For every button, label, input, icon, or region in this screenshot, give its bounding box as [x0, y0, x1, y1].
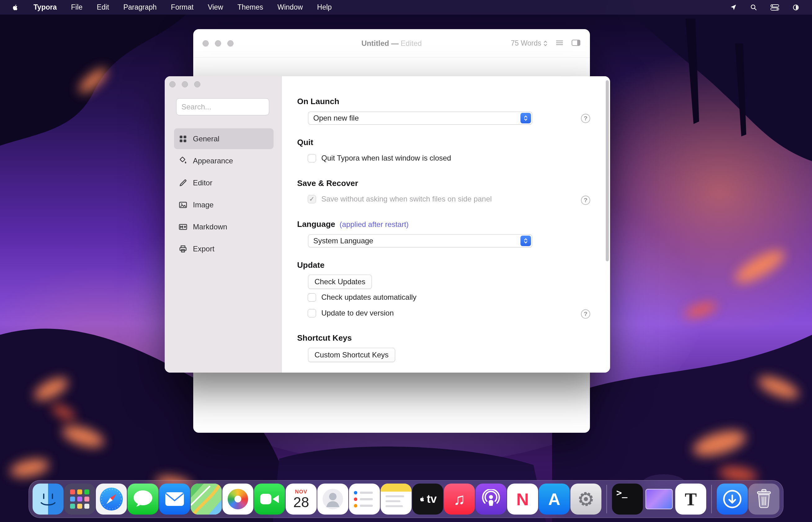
news-glyph: N: [517, 489, 529, 509]
word-count[interactable]: 75 Words: [511, 39, 548, 47]
notes-header-band: [381, 484, 411, 491]
dev-version-help-button[interactable]: ?: [581, 309, 590, 319]
minimize-button[interactable]: [215, 40, 221, 46]
siri-icon[interactable]: [792, 4, 799, 11]
auto-update-checkbox-label[interactable]: Check updates automatically: [321, 293, 417, 302]
dock-news-icon[interactable]: N: [507, 484, 538, 515]
dock-notes-icon[interactable]: [381, 484, 411, 515]
sidebar-item-label: Export: [193, 245, 214, 253]
preferences-window: General Appearance Editor Image Markdown…: [165, 76, 610, 373]
dock-image-preview-icon[interactable]: [643, 484, 675, 515]
dock: NOV 28 tv ♫ N A >_ T: [28, 480, 784, 518]
dock-trash-icon[interactable]: [749, 484, 779, 515]
sidebar-item-label: Appearance: [193, 157, 233, 165]
menu-item-view[interactable]: View: [208, 3, 223, 12]
music-note-glyph: ♫: [453, 490, 466, 508]
dock-apple-tv-icon[interactable]: tv: [412, 484, 443, 515]
stepper-icon: [543, 40, 548, 47]
dock-contacts-icon[interactable]: [317, 484, 348, 515]
save-checkbox-row: Save without asking when switch files on…: [308, 195, 492, 203]
dock-terminal-icon[interactable]: >_: [612, 484, 643, 515]
pencil-icon: [178, 178, 188, 187]
menu-item-edit[interactable]: Edit: [97, 3, 109, 12]
menu-item-file[interactable]: File: [71, 3, 82, 12]
dock-music-icon[interactable]: ♫: [444, 484, 475, 515]
dock-typora-icon[interactable]: T: [675, 484, 706, 515]
sidebar-item-image[interactable]: Image: [174, 194, 274, 215]
dock-photos-icon[interactable]: [223, 484, 253, 515]
dock-podcasts-icon[interactable]: [476, 484, 506, 515]
window-controls: [202, 40, 234, 46]
dock-mail-icon[interactable]: [159, 484, 190, 515]
save-help-button[interactable]: ?: [581, 196, 590, 205]
language-heading-text: Language: [297, 219, 335, 229]
save-checkbox[interactable]: [308, 195, 316, 203]
custom-shortcut-keys-button[interactable]: Custom Shortcut Keys: [308, 348, 395, 362]
menu-app-name[interactable]: Typora: [34, 3, 57, 12]
dock-launchpad-icon[interactable]: [64, 484, 95, 515]
shortcut-keys-heading: Shortcut Keys: [297, 333, 352, 343]
grid-icon: [178, 134, 188, 143]
language-dropdown[interactable]: System Language: [308, 234, 532, 247]
dock-finder-icon[interactable]: [33, 484, 63, 515]
dock-system-preferences-icon[interactable]: [571, 484, 601, 515]
check-updates-button[interactable]: Check Updates: [308, 275, 372, 289]
quit-checkbox[interactable]: [308, 154, 316, 162]
zoom-button[interactable]: [194, 81, 200, 87]
dock-app-store-icon[interactable]: A: [539, 484, 570, 515]
search-input[interactable]: [176, 98, 269, 115]
sidebar-panel-icon[interactable]: [571, 39, 581, 48]
scrollbar-thumb[interactable]: [606, 80, 609, 261]
sidebar-item-general[interactable]: General: [174, 128, 274, 149]
save-checkbox-label[interactable]: Save without asking when switch files on…: [321, 195, 492, 203]
calendar-day: 28: [293, 495, 309, 509]
sidebar-item-appearance[interactable]: Appearance: [174, 150, 274, 171]
on-launch-dropdown[interactable]: Open new file: [308, 112, 532, 125]
dev-version-checkbox[interactable]: [308, 309, 316, 317]
apple-menu-icon[interactable]: [11, 3, 19, 12]
update-heading: Update: [297, 260, 325, 270]
close-button[interactable]: [169, 81, 176, 87]
dock-calendar-icon[interactable]: NOV 28: [286, 484, 317, 515]
on-launch-help-button[interactable]: ?: [581, 114, 590, 123]
image-thumbnail: [645, 489, 673, 509]
close-button[interactable]: [202, 40, 209, 46]
sidebar-item-export[interactable]: Export: [174, 238, 274, 259]
image-icon: [178, 200, 188, 209]
spotlight-search-icon[interactable]: [750, 4, 757, 11]
sidebar-item-markdown[interactable]: Markdown: [174, 216, 274, 237]
quit-heading: Quit: [297, 138, 313, 147]
quit-checkbox-label[interactable]: Quit Typora when last window is closed: [321, 154, 451, 162]
location-icon[interactable]: [730, 4, 737, 11]
paint-icon: [178, 156, 188, 165]
sidebar-item-editor[interactable]: Editor: [174, 172, 274, 193]
dock-separator: [606, 485, 607, 513]
auto-update-checkbox[interactable]: [308, 293, 316, 302]
menu-item-format[interactable]: Format: [171, 3, 194, 12]
dev-version-checkbox-label[interactable]: Update to dev version: [321, 309, 393, 317]
dock-downloads-icon[interactable]: [717, 484, 748, 515]
preferences-content: On Launch Open new file ? Quit Quit Typo…: [282, 76, 610, 373]
dropdown-value: System Language: [313, 237, 373, 245]
save-recover-heading: Save & Recover: [297, 179, 358, 188]
sidebar-item-label: General: [193, 135, 219, 143]
minimize-button[interactable]: [182, 81, 188, 87]
dropdown-stepper-icon: [520, 113, 531, 123]
dropdown-value: Open new file: [313, 114, 359, 122]
menu-item-window[interactable]: Window: [277, 3, 303, 12]
dock-reminders-icon[interactable]: [349, 484, 380, 515]
control-center-icon[interactable]: [770, 4, 779, 11]
dock-maps-icon[interactable]: [191, 484, 222, 515]
dock-facetime-icon[interactable]: [254, 484, 285, 515]
menu-item-help[interactable]: Help: [317, 3, 332, 12]
on-launch-heading: On Launch: [297, 97, 339, 106]
launchpad-grid: [70, 489, 89, 509]
sidebar-item-label: Image: [193, 201, 214, 209]
gear-icon: [576, 489, 596, 509]
dock-messages-icon[interactable]: [128, 484, 158, 515]
outline-list-icon[interactable]: [555, 39, 564, 48]
menu-item-paragraph[interactable]: Paragraph: [123, 3, 157, 12]
menu-item-themes[interactable]: Themes: [237, 3, 263, 12]
dock-safari-icon[interactable]: [96, 484, 127, 515]
zoom-button[interactable]: [227, 40, 234, 46]
